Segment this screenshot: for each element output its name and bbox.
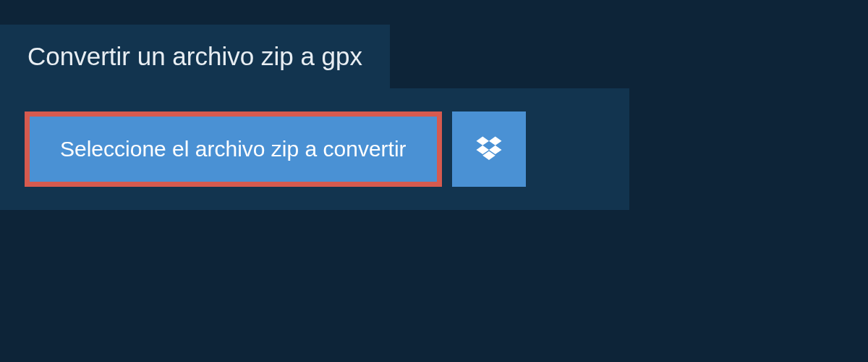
page-title: Convertir un archivo zip a gpx: [0, 25, 390, 88]
converter-container: Convertir un archivo zip a gpx Seleccion…: [0, 0, 868, 210]
dropbox-icon: [474, 134, 504, 164]
upload-panel: Seleccione el archivo zip a convertir: [0, 88, 629, 210]
select-file-button[interactable]: Seleccione el archivo zip a convertir: [25, 111, 442, 187]
select-file-label: Seleccione el archivo zip a convertir: [60, 137, 407, 161]
button-row: Seleccione el archivo zip a convertir: [25, 111, 605, 187]
dropbox-button[interactable]: [452, 111, 526, 187]
